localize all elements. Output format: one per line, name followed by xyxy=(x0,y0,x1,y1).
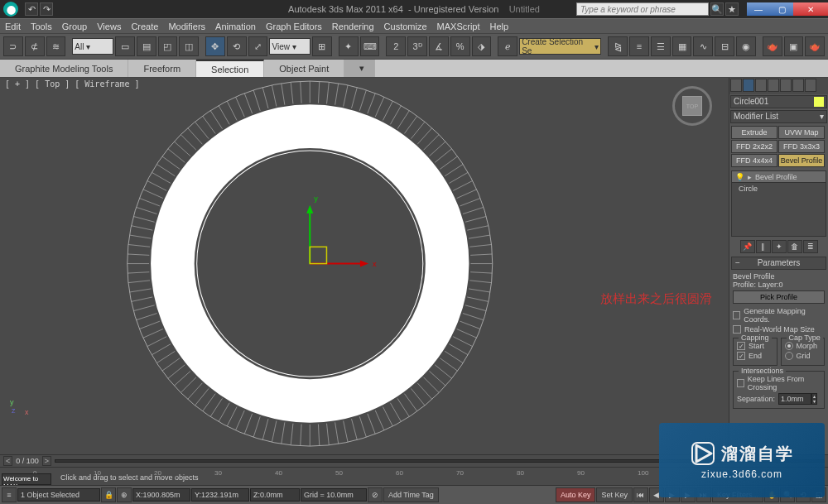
show-end-icon[interactable]: ‖ xyxy=(756,240,771,253)
modifier-stack[interactable]: 💡▸Bevel Profile Circle xyxy=(731,170,826,237)
menu-rendering[interactable]: Rendering xyxy=(332,22,374,31)
modifier-list-dropdown[interactable]: Modifier List▾ xyxy=(730,110,827,123)
mirror-button[interactable]: ⧎ xyxy=(608,36,628,56)
snap3d-button[interactable]: 3ᴰ xyxy=(407,36,427,56)
cap-start-checkbox[interactable] xyxy=(737,342,745,350)
render-button[interactable]: 🫖 xyxy=(805,36,825,56)
menu-animation[interactable]: Animation xyxy=(215,22,256,31)
material-editor-button[interactable]: ◉ xyxy=(736,36,756,56)
pick-profile-button[interactable]: Pick Profile xyxy=(733,290,825,304)
stack-item-base[interactable]: Circle xyxy=(732,183,826,194)
rendered-frame-button[interactable]: ▣ xyxy=(784,36,804,56)
menu-group[interactable]: Group xyxy=(62,22,88,31)
select-rotate-button[interactable]: ⟲ xyxy=(227,36,247,56)
add-time-tag[interactable]: Add Time Tag xyxy=(383,487,439,502)
close-button[interactable]: ✕ xyxy=(793,2,828,16)
menu-graph-editors[interactable]: Graph Editors xyxy=(266,22,322,31)
menu-create[interactable]: Create xyxy=(131,22,158,31)
layer-manager-button[interactable]: ▦ xyxy=(672,36,692,56)
pivot-center-button[interactable]: ⊞ xyxy=(312,36,332,56)
lock-selection-icon[interactable]: 🔒 xyxy=(101,487,116,502)
align-button[interactable]: ≡ xyxy=(629,36,649,56)
select-move-button[interactable]: ✥ xyxy=(205,36,225,56)
menu-views[interactable]: Views xyxy=(97,22,121,31)
mod-btn-ffd2[interactable]: FFD 2x2x2 xyxy=(731,140,777,153)
percent-snap-button[interactable]: % xyxy=(450,36,470,56)
utilities-tab-icon[interactable] xyxy=(792,79,804,92)
cap-morph-radio[interactable] xyxy=(785,342,793,350)
viewcube[interactable]: TOP xyxy=(672,86,712,126)
maximize-button[interactable]: ▢ xyxy=(770,2,793,16)
coord-y[interactable]: Y:1232.191m xyxy=(191,488,249,502)
gen-map-checkbox[interactable] xyxy=(733,311,740,319)
mod-btn-extrude[interactable]: Extrude xyxy=(731,126,777,139)
separation-input[interactable] xyxy=(778,393,811,405)
goto-start-icon[interactable]: ⏮ xyxy=(633,487,648,502)
remove-mod-icon[interactable]: 🗑 xyxy=(787,240,802,253)
script-listener-icon[interactable]: ≡ xyxy=(2,487,17,502)
bind-spacewarp-button[interactable]: ≋ xyxy=(46,36,66,56)
minimize-button[interactable]: — xyxy=(747,2,770,16)
menu-edit[interactable]: Edit xyxy=(5,22,21,31)
maxscript-prompt[interactable]: Welcome to MAX xyxy=(2,473,51,485)
configure-sets-icon[interactable]: ≣ xyxy=(803,240,818,253)
menu-help[interactable]: Help xyxy=(490,22,509,31)
ribbon-tab-selection[interactable]: Selection xyxy=(196,60,264,77)
menu-customize[interactable]: Customize xyxy=(384,22,427,31)
select-scale-button[interactable]: ⤢ xyxy=(248,36,268,56)
transform-type-icon[interactable]: ⊕ xyxy=(117,487,132,502)
coord-x[interactable]: X:1900.805m xyxy=(132,488,190,502)
menu-maxscript[interactable]: MAXScript xyxy=(437,22,480,31)
cap-end-checkbox[interactable] xyxy=(737,352,745,360)
window-crossing-button[interactable]: ◫ xyxy=(179,36,199,56)
frame-indicator[interactable]: 0 / 100 xyxy=(16,457,39,465)
mod-btn-ffd4[interactable]: FFD 4x4x4 xyxy=(731,154,777,167)
real-world-checkbox[interactable] xyxy=(733,325,741,334)
mod-btn-bevel-profile[interactable]: Bevel Profile xyxy=(778,154,825,167)
isolate-icon[interactable]: ⊘ xyxy=(368,487,383,502)
object-name-field[interactable]: Circle001 xyxy=(730,95,827,108)
rollout-header-parameters[interactable]: Parameters xyxy=(731,257,826,270)
link-button[interactable]: ⊃ xyxy=(3,36,23,56)
angle-snap-button[interactable]: ∡ xyxy=(429,36,449,56)
layers-button[interactable]: ☰ xyxy=(651,36,671,56)
snap2d-button[interactable]: 2 xyxy=(386,36,406,56)
keep-lines-checkbox[interactable] xyxy=(737,379,744,387)
create-tab-icon[interactable] xyxy=(730,79,742,92)
set-key-button[interactable]: Set Key xyxy=(596,487,633,502)
spinner-snap-button[interactable]: ⬗ xyxy=(472,36,492,56)
pin-stack-icon[interactable]: 📌 xyxy=(740,240,755,253)
render-setup-button[interactable]: 🫖 xyxy=(763,36,782,56)
search-icon[interactable]: 🔍 xyxy=(710,2,724,16)
select-object-button[interactable]: ▭ xyxy=(115,36,135,56)
coord-z[interactable]: Z:0.0mm xyxy=(250,488,300,502)
redo-button[interactable]: ↷ xyxy=(40,2,53,16)
cap-grid-radio[interactable] xyxy=(785,352,793,360)
mod-btn-uvwmap[interactable]: UVW Map xyxy=(778,126,825,139)
ribbon-tab-object-paint[interactable]: Object Paint xyxy=(264,60,344,77)
named-sel-toggle[interactable]: ℯ xyxy=(498,36,518,56)
undo-button[interactable]: ↶ xyxy=(25,2,38,16)
curve-editor-button[interactable]: ∿ xyxy=(693,36,713,56)
select-region-button[interactable]: ◰ xyxy=(158,36,178,56)
app-icon[interactable]: ⬤ xyxy=(3,2,18,17)
menu-modifiers[interactable]: Modifiers xyxy=(168,22,205,31)
hierarchy-tab-icon[interactable] xyxy=(755,79,767,92)
auto-key-button[interactable]: Auto Key xyxy=(556,487,596,502)
unique-icon[interactable]: ✦ xyxy=(772,240,787,253)
keyboard-shortcut-button[interactable]: ⌨ xyxy=(360,36,380,56)
ribbon-tab-freeform[interactable]: Freeform xyxy=(128,60,196,77)
menu-tools[interactable]: Tools xyxy=(31,22,52,31)
named-selection-dropdown[interactable]: Create Selection Se▾ xyxy=(519,38,601,55)
modify-tab-icon[interactable] xyxy=(743,79,754,92)
extra-tab-icon[interactable] xyxy=(805,79,816,92)
bulb-icon[interactable]: 💡 xyxy=(735,173,744,181)
select-by-name-button[interactable]: ▤ xyxy=(137,36,156,56)
ref-coord-dropdown[interactable]: View ▾ xyxy=(269,38,310,55)
mod-btn-ffd3[interactable]: FFD 3x3x3 xyxy=(778,140,825,153)
viewport[interactable]: [ + ] [ Top ] [ Wireframe ] y x (functio… xyxy=(0,78,729,454)
motion-tab-icon[interactable] xyxy=(768,79,779,92)
object-color-swatch[interactable] xyxy=(814,97,824,107)
selection-filter-dropdown[interactable]: All ▾ xyxy=(72,38,113,55)
ribbon-tab-graphite[interactable]: Graphite Modeling Tools xyxy=(0,60,128,77)
